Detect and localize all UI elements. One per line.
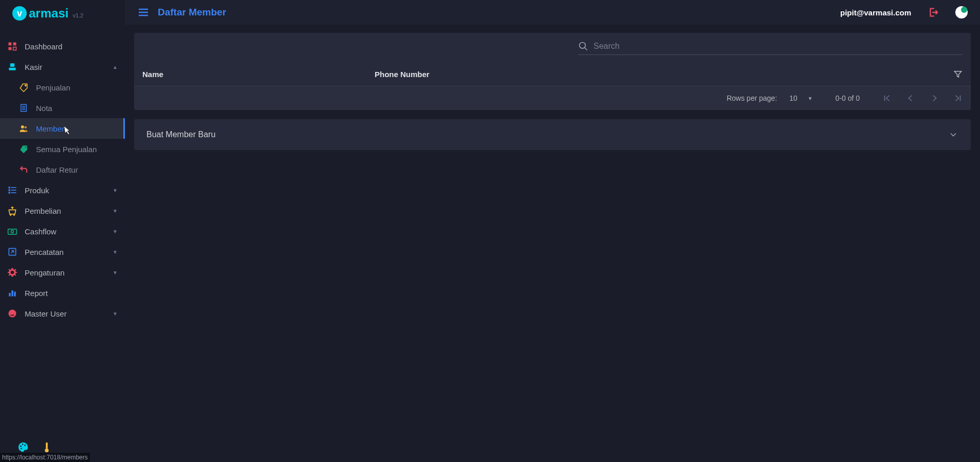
user-email: pipit@varmasi.com — [840, 8, 911, 17]
svg-rect-1 — [13, 43, 16, 46]
label: Penjualan — [36, 83, 70, 92]
rows-per-page-label: Rows per page: — [727, 94, 777, 102]
main-content: Name Phone Number Rows per page: 10 ▼ 0-… — [125, 25, 980, 462]
col-phone[interactable]: Phone Number — [375, 70, 953, 79]
label: Produk — [25, 186, 49, 195]
svg-rect-27 — [11, 290, 13, 297]
last-page-button[interactable] — [953, 94, 963, 103]
topbar-right: pipit@varmasi.com — [840, 6, 968, 19]
svg-point-34 — [24, 445, 26, 446]
sidebar-item-master-user[interactable]: Master User ▼ — [0, 303, 125, 324]
svg-rect-19 — [11, 192, 16, 193]
label: Semua Penjualan — [36, 145, 97, 154]
label: Pengaturan — [25, 268, 65, 277]
menu-toggle[interactable] — [137, 6, 150, 19]
status-bar-url: https://localhost:7018/members — [0, 453, 90, 462]
svg-rect-28 — [14, 292, 15, 297]
label: Daftar Retur — [36, 165, 78, 174]
first-page-button[interactable] — [882, 94, 892, 103]
svg-point-13 — [25, 146, 26, 147]
svg-point-30 — [10, 312, 12, 313]
brand-name: armasi — [29, 6, 68, 21]
search-input[interactable] — [594, 42, 963, 51]
next-page-button[interactable] — [930, 94, 939, 103]
sidebar-item-dashboard[interactable]: Dashboard — [0, 36, 125, 57]
rows-value: 10 — [789, 94, 798, 102]
create-member-panel[interactable]: Buat Member Baru — [134, 119, 971, 150]
filter-button[interactable] — [953, 69, 963, 79]
chevron-down-icon: ▼ — [113, 208, 118, 214]
svg-line-42 — [585, 48, 587, 50]
topbar: Daftar Member pipit@varmasi.com — [125, 0, 980, 25]
sidebar-item-member[interactable]: Member — [0, 118, 125, 139]
sidebar-nav: Dashboard Kasir ▲ Penjualan Nota M — [0, 36, 125, 432]
svg-rect-26 — [9, 293, 10, 297]
sidebar-item-penjualan[interactable]: Penjualan — [0, 77, 125, 98]
avatar[interactable] — [955, 6, 968, 19]
tag-fill-icon — [19, 144, 29, 154]
svg-point-31 — [13, 312, 14, 313]
chevron-down-icon: ▼ — [808, 96, 813, 101]
svg-point-32 — [20, 446, 22, 447]
pagination-range: 0-0 of 0 — [836, 94, 860, 102]
sidebar-item-daftar-retur[interactable]: Daftar Retur — [0, 159, 125, 180]
sidebar-item-cashflow[interactable]: Cashflow ▼ — [0, 221, 125, 242]
label: Pencatatan — [25, 248, 64, 256]
svg-rect-3 — [13, 47, 16, 50]
sidebar-item-semua-penjualan[interactable]: Semua Penjualan — [0, 139, 125, 159]
sidebar-item-nota[interactable]: Nota — [0, 98, 125, 118]
sidebar-item-pembelian[interactable]: Pembelian ▼ — [0, 200, 125, 221]
sidebar-item-report[interactable]: Report — [0, 283, 125, 303]
svg-rect-16 — [9, 189, 10, 191]
brand: v armasi v1.2 — [0, 0, 125, 27]
label: Dashboard — [25, 42, 62, 51]
gear-icon — [7, 267, 17, 278]
sidebar-item-produk[interactable]: Produk ▼ — [0, 180, 125, 200]
globe-icon — [7, 308, 17, 319]
thermometer-icon[interactable] — [41, 441, 52, 453]
table-header: Name Phone Number — [134, 55, 971, 86]
chart-icon — [7, 288, 17, 298]
svg-point-29 — [9, 310, 16, 318]
col-name[interactable]: Name — [142, 70, 375, 79]
chevron-down-icon: ▼ — [113, 311, 118, 317]
sidebar-item-kasir[interactable]: Kasir ▲ — [0, 57, 125, 77]
prev-page-button[interactable] — [906, 94, 915, 103]
chevron-up-icon: ▲ — [113, 64, 118, 70]
sidebar: v armasi v1.2 Dashboard Kasir ▲ Penjuala… — [0, 0, 125, 462]
svg-rect-5 — [10, 63, 14, 67]
svg-rect-22 — [8, 229, 17, 234]
svg-rect-4 — [9, 68, 15, 70]
svg-point-21 — [14, 215, 15, 216]
brand-icon: v — [12, 6, 27, 21]
logout-button[interactable] — [928, 7, 939, 18]
svg-point-33 — [22, 443, 24, 445]
svg-point-23 — [11, 230, 14, 233]
label: Pembelian — [25, 207, 61, 215]
sidebar-item-pencatatan[interactable]: Pencatatan ▼ — [0, 242, 125, 262]
member-table-card: Name Phone Number Rows per page: 10 ▼ 0-… — [134, 33, 971, 110]
cash-register-icon — [7, 62, 17, 72]
svg-point-41 — [580, 43, 586, 49]
rows-per-page-select[interactable]: 10 ▼ — [789, 94, 812, 102]
label: Report — [25, 289, 48, 298]
page-title: Daftar Member — [158, 7, 226, 18]
search-icon — [578, 41, 588, 51]
svg-rect-14 — [9, 187, 10, 188]
svg-point-35 — [21, 448, 22, 449]
chevron-down-icon: ▼ — [113, 249, 118, 255]
svg-point-20 — [10, 215, 11, 216]
receipt-icon — [19, 103, 29, 113]
svg-rect-0 — [9, 43, 12, 46]
pagination-controls — [882, 94, 963, 103]
search-row — [134, 33, 971, 55]
sidebar-item-pengaturan[interactable]: Pengaturan ▼ — [0, 262, 125, 283]
cash-icon — [7, 226, 17, 236]
brand-version: v1.2 — [72, 12, 83, 19]
palette-icon[interactable] — [17, 441, 29, 453]
cart-plus-icon — [7, 206, 17, 216]
svg-rect-2 — [9, 47, 12, 50]
svg-rect-15 — [11, 187, 16, 188]
svg-point-25 — [11, 271, 14, 274]
search-field[interactable] — [578, 41, 963, 55]
